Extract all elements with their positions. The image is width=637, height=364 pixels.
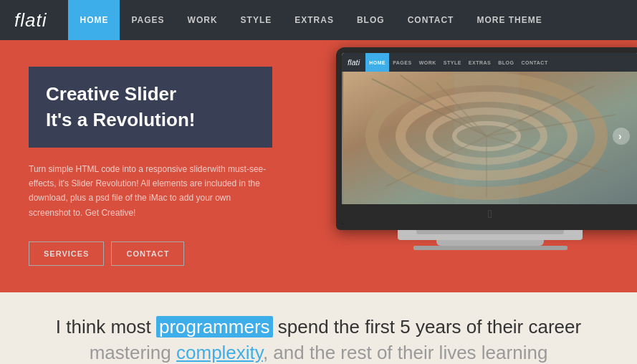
bottom-line2-complexity: complexity (176, 342, 263, 363)
monitor-base (413, 246, 567, 250)
mini-nav-blog: BLOG (494, 53, 517, 72)
nav-menu: HOME PAGES WORK STYLE EXTRAS BLOG CONTAC… (68, 0, 553, 40)
site-logo[interactable]: flati (14, 9, 47, 32)
nav-link-pages[interactable]: PAGES (120, 0, 176, 40)
hero-content: Creative Slider It's a Revolution! Turn … (29, 67, 272, 266)
monitor-foot (436, 240, 545, 246)
nav-link-contact[interactable]: CONTACT (396, 0, 466, 40)
mini-nav-link-style: STYLE (440, 53, 465, 72)
hero-headline-box: Creative Slider It's a Revolution! (29, 67, 272, 148)
bottom-highlight: programmers (156, 316, 273, 337)
nav-item-more[interactable]: MORE THEME (465, 0, 553, 40)
staircase-svg: › (342, 72, 637, 204)
hero-headline-line1: Creative Slider (46, 83, 176, 105)
hero-headline: Creative Slider It's a Revolution! (46, 81, 255, 133)
nav-item-blog[interactable]: BLOG (345, 0, 396, 40)
nav-link-work[interactable]: WORK (176, 0, 229, 40)
hero-description: Turn simple HTML code into a responsive … (29, 162, 272, 221)
mini-nav-contact: CONTACT (518, 53, 552, 72)
bottom-line2-after: , and the rest of their lives learning (263, 342, 547, 363)
nav-item-contact[interactable]: CONTACT (396, 0, 466, 40)
mini-nav-home: HOME (365, 53, 389, 72)
hero-headline-line2: It's a Revolution! (46, 109, 195, 130)
bottom-quote-after: spend the first 5 years of their career (273, 316, 582, 337)
nav-item-extras[interactable]: EXTRAS (283, 0, 345, 40)
mini-nav-menu: HOME PAGES WORK STYLE EXTRAS (365, 53, 552, 72)
mini-nav-work: WORK (416, 53, 440, 72)
mini-nav-link-extras: EXTRAS (465, 53, 494, 72)
mini-nav-link-contact: CONTACT (518, 53, 552, 72)
mini-nav-link-blog: BLOG (494, 53, 517, 72)
monitor-container: flati HOME PAGES WORK STYLE (336, 47, 637, 250)
services-button[interactable]: SERVICES (29, 241, 104, 266)
monitor-stand (398, 230, 583, 240)
nav-item-work[interactable]: WORK (176, 0, 229, 40)
navbar: flati HOME PAGES WORK STYLE EXTRAS BLOG … (0, 0, 637, 40)
monitor-nav: flati HOME PAGES WORK STYLE (342, 53, 637, 72)
nav-item-pages[interactable]: PAGES (120, 0, 176, 40)
bottom-quote-before: I think most (56, 316, 156, 337)
svg-text:›: › (618, 130, 622, 142)
nav-item-home[interactable]: HOME (68, 0, 120, 40)
mini-nav-link-home: HOME (365, 53, 389, 72)
mini-nav-link-pages: PAGES (389, 53, 416, 72)
bottom-quote-line2: mastering complexity, and the rest of th… (29, 340, 608, 364)
monitor-chin:  (342, 204, 637, 224)
mini-nav-style: STYLE (440, 53, 465, 72)
monitor-hero-image: › (342, 72, 637, 204)
mini-nav-extras: EXTRAS (465, 53, 494, 72)
monitor-logo: flati (348, 58, 360, 67)
mini-nav-link-work: WORK (416, 53, 440, 72)
monitor-screen: flati HOME PAGES WORK STYLE (342, 53, 637, 204)
nav-link-more[interactable]: MORE THEME (465, 0, 553, 40)
bottom-quote: I think most programmers spend the first… (29, 314, 608, 340)
hero-section: Creative Slider It's a Revolution! Turn … (0, 40, 637, 292)
nav-link-extras[interactable]: EXTRAS (283, 0, 345, 40)
contact-button[interactable]: CONTACT (111, 241, 184, 266)
bottom-line2-before: mastering (90, 342, 176, 363)
nav-link-blog[interactable]: BLOG (345, 0, 396, 40)
nav-item-style[interactable]: STYLE (229, 0, 284, 40)
monitor: flati HOME PAGES WORK STYLE (336, 47, 637, 230)
mini-nav-pages: PAGES (389, 53, 416, 72)
nav-link-style[interactable]: STYLE (229, 0, 284, 40)
bottom-section: I think most programmers spend the first… (0, 292, 637, 364)
apple-icon:  (488, 208, 492, 221)
svg-rect-14 (454, 72, 519, 204)
hero-buttons: SERVICES CONTACT (29, 241, 272, 266)
nav-link-home[interactable]: HOME (68, 0, 120, 40)
